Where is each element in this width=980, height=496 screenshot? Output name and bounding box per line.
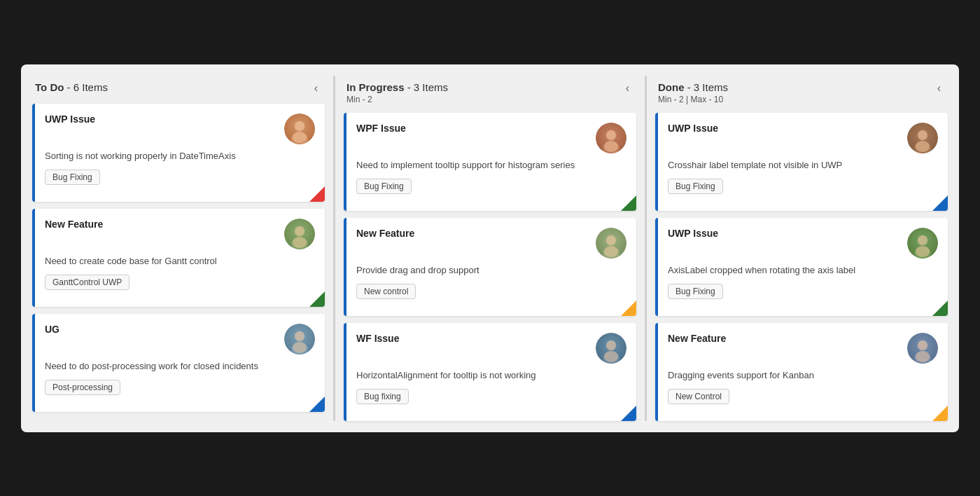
cards-area-done: UWP Issue Crosshair label template not v… xyxy=(655,113,948,421)
svg-point-18 xyxy=(606,130,616,140)
card-priority-indicator xyxy=(932,406,948,421)
kanban-card[interactable]: New Feature Dragging events support for … xyxy=(655,323,948,421)
card-description: Sorting is not working properly in DateT… xyxy=(45,150,315,163)
column-title-todo: To Do - 6 Items xyxy=(35,81,108,93)
card-description: Need to create code base for Gantt contr… xyxy=(45,255,315,268)
kanban-card[interactable]: New Feature Need to create code base for… xyxy=(32,209,325,307)
column-subtitle-done: Min - 2 | Max - 10 xyxy=(658,95,728,104)
card-description: Need to do post-processing work for clos… xyxy=(45,360,315,373)
card-title: UWP Issue xyxy=(668,228,902,239)
svg-point-29 xyxy=(604,351,618,362)
kanban-card[interactable]: UWP Issue AxisLabel cropped when rotatin… xyxy=(655,218,948,316)
card-tag[interactable]: Bug fixing xyxy=(356,389,409,404)
kanban-card[interactable]: UG Need to do post-processing work for c… xyxy=(32,314,325,412)
card-avatar xyxy=(284,113,315,144)
column-inprogress: In Progress - 3 ItemsMin - 2‹WPF Issue N… xyxy=(344,76,636,421)
card-title: WPF Issue xyxy=(356,123,590,134)
column-divider xyxy=(333,76,335,421)
card-avatar xyxy=(596,228,626,259)
card-avatar xyxy=(907,333,938,364)
svg-point-39 xyxy=(916,246,930,257)
card-description: Dragging events support for Kanban xyxy=(668,369,938,382)
card-avatar xyxy=(284,219,315,249)
card-description: HorizontalAlignment for tooltip is not w… xyxy=(356,369,626,382)
column-title-done: Done - 3 Items xyxy=(658,81,728,93)
card-title: UG xyxy=(45,324,279,335)
card-title: New Feature xyxy=(356,228,590,239)
kanban-card[interactable]: WPF Issue Need to implement tooltip supp… xyxy=(344,113,636,211)
cards-area-todo: UWP Issue Sorting is not working properl… xyxy=(32,104,325,412)
svg-point-9 xyxy=(293,237,307,248)
card-description: Need to implement tooltip support for hi… xyxy=(356,159,626,172)
card-priority-indicator xyxy=(621,406,636,421)
card-title: UWP Issue xyxy=(668,123,902,134)
card-priority-indicator xyxy=(309,186,325,202)
collapse-column-button[interactable]: ‹ xyxy=(622,81,634,95)
card-avatar xyxy=(596,333,626,364)
kanban-card[interactable]: UWP Issue Crosshair label template not v… xyxy=(655,113,948,211)
column-header-todo: To Do - 6 Items‹ xyxy=(32,76,325,104)
card-description: AxisLabel cropped when rotating the axis… xyxy=(668,264,938,277)
column-todo: To Do - 6 Items‹UWP Issue Sorting is not… xyxy=(32,76,325,421)
svg-point-3 xyxy=(295,121,304,131)
column-divider xyxy=(645,76,647,421)
column-subtitle-inprogress: Min - 2 xyxy=(346,95,448,104)
card-tag[interactable]: Bug Fixing xyxy=(668,179,723,194)
svg-point-24 xyxy=(604,246,618,257)
card-title: New Feature xyxy=(668,333,902,344)
svg-point-38 xyxy=(918,235,927,245)
card-tag[interactable]: Bug Fixing xyxy=(356,179,412,194)
column-header-inprogress: In Progress - 3 ItemsMin - 2‹ xyxy=(344,76,636,113)
card-tag[interactable]: Bug Fixing xyxy=(45,170,100,185)
card-description: Provide drag and drop support xyxy=(356,264,626,277)
collapse-column-button[interactable]: ‹ xyxy=(933,81,945,95)
column-header-done: Done - 3 ItemsMin - 2 | Max - 10‹ xyxy=(655,76,948,113)
card-title: WF Issue xyxy=(356,333,590,344)
card-priority-indicator xyxy=(932,195,948,211)
card-avatar xyxy=(907,123,938,153)
kanban-board: To Do - 6 Items‹UWP Issue Sorting is not… xyxy=(21,64,959,432)
svg-point-14 xyxy=(293,342,307,353)
card-avatar xyxy=(907,228,938,259)
svg-point-28 xyxy=(606,340,616,350)
collapse-column-button[interactable]: ‹ xyxy=(310,81,322,95)
svg-point-8 xyxy=(295,226,304,236)
card-priority-indicator xyxy=(309,291,325,307)
card-tag[interactable]: New control xyxy=(356,284,416,299)
card-tag[interactable]: Bug Fixing xyxy=(668,284,723,299)
column-done: Done - 3 ItemsMin - 2 | Max - 10‹UWP Iss… xyxy=(655,76,948,421)
card-priority-indicator xyxy=(309,397,325,412)
card-tag[interactable]: GanttControl UWP xyxy=(45,275,130,290)
card-priority-indicator xyxy=(621,195,636,211)
column-title-inprogress: In Progress - 3 Items xyxy=(346,81,448,93)
card-priority-indicator xyxy=(621,301,636,316)
cards-area-inprogress: WPF Issue Need to implement tooltip supp… xyxy=(344,113,636,421)
svg-point-33 xyxy=(918,130,927,140)
card-title: New Feature xyxy=(45,219,279,230)
svg-point-19 xyxy=(604,141,618,152)
svg-point-44 xyxy=(916,351,930,362)
card-avatar xyxy=(284,324,315,354)
svg-point-43 xyxy=(918,340,927,350)
svg-point-4 xyxy=(293,132,307,143)
svg-point-34 xyxy=(916,141,930,152)
svg-point-23 xyxy=(606,235,616,245)
kanban-card[interactable]: UWP Issue Sorting is not working properl… xyxy=(32,104,325,202)
kanban-card[interactable]: WF Issue HorizontalAlignment for tooltip… xyxy=(344,323,636,421)
svg-point-13 xyxy=(295,331,304,341)
card-avatar xyxy=(596,123,626,153)
card-priority-indicator xyxy=(932,301,948,316)
card-tag[interactable]: Post-processing xyxy=(45,380,120,395)
card-title: UWP Issue xyxy=(45,113,279,125)
kanban-card[interactable]: New Feature Provide drag and drop suppor… xyxy=(344,218,636,316)
card-tag[interactable]: New Control xyxy=(668,389,729,404)
card-description: Crosshair label template not visible in … xyxy=(668,159,938,172)
